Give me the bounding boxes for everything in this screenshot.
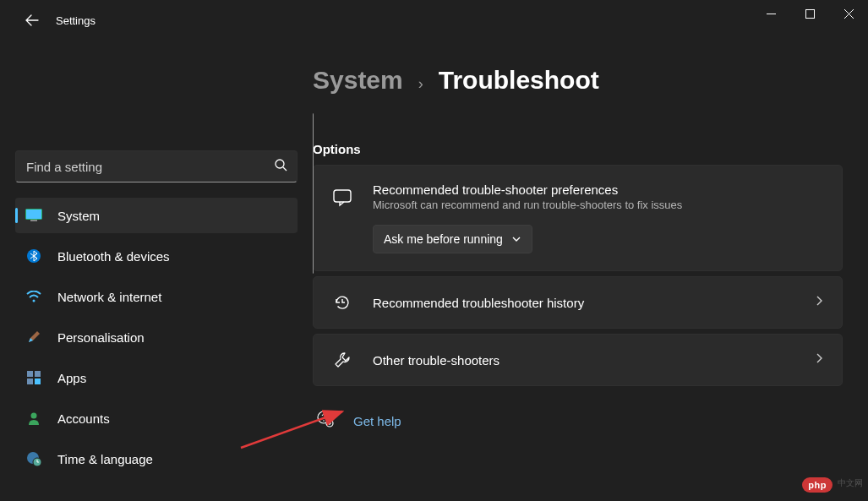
back-arrow-icon: [25, 14, 39, 27]
chevron-down-icon: [511, 234, 521, 244]
svg-rect-4: [26, 210, 42, 220]
chevron-right-icon: ›: [418, 75, 423, 93]
sidebar-item-personalisation[interactable]: Personalisation: [15, 319, 298, 355]
back-button[interactable]: [15, 3, 49, 37]
svg-point-12: [31, 413, 37, 419]
sidebar-item-label: Accounts: [57, 411, 110, 426]
svg-rect-1: [805, 9, 814, 18]
sidebar-item-label: Personalisation: [57, 330, 145, 345]
watermark-cn: 中文网: [838, 477, 863, 489]
get-help-link[interactable]: Get help: [353, 414, 401, 428]
maximize-button[interactable]: [790, 0, 829, 27]
svg-rect-9: [35, 371, 41, 377]
wifi-icon: [25, 288, 42, 305]
breadcrumb: System › Troubleshoot: [313, 66, 843, 95]
watermark-badge: php: [802, 477, 833, 493]
svg-point-7: [33, 300, 35, 302]
minimize-icon: [767, 9, 776, 19]
close-icon: [844, 9, 854, 19]
preferences-dropdown[interactable]: Ask me before running: [373, 225, 532, 253]
app-title: Settings: [56, 14, 96, 27]
sidebar: System Bluetooth & devices Network & int…: [0, 41, 313, 501]
sidebar-item-label: Time & language: [57, 452, 153, 466]
svg-rect-11: [35, 378, 41, 384]
message-icon: [330, 186, 354, 210]
titlebar: Settings: [0, 0, 868, 41]
sidebar-item-label: System: [57, 209, 100, 223]
sidebar-item-time-language[interactable]: Time & language: [15, 441, 298, 476]
card-title: Recommended troubleshooter history: [373, 296, 813, 310]
globe-clock-icon: [25, 450, 42, 467]
history-card[interactable]: Recommended troubleshooter history: [313, 276, 843, 329]
card-subtitle: Microsoft can recommend and run trouble-…: [373, 199, 825, 211]
chevron-right-icon: [813, 295, 825, 310]
sidebar-item-label: Bluetooth & devices: [57, 249, 170, 264]
sidebar-item-label: Apps: [57, 371, 86, 385]
sidebar-item-network[interactable]: Network & internet: [15, 279, 298, 314]
search-wrap: [15, 150, 298, 182]
other-troubleshooters-card[interactable]: Other trouble-shooters: [313, 334, 843, 386]
person-icon: [25, 410, 42, 427]
scrollbar-indicator[interactable]: [313, 113, 314, 274]
sidebar-item-system[interactable]: System: [15, 198, 298, 233]
page-title: Troubleshoot: [439, 66, 599, 95]
window-controls: [751, 0, 868, 27]
dropdown-value: Ask me before running: [384, 232, 503, 246]
svg-rect-10: [27, 378, 33, 384]
paintbrush-icon: [25, 329, 42, 346]
wrench-icon: [330, 348, 354, 372]
get-help-row[interactable]: Get help: [313, 410, 843, 432]
maximize-icon: [805, 9, 815, 19]
svg-point-2: [276, 160, 284, 168]
sidebar-item-bluetooth[interactable]: Bluetooth & devices: [15, 238, 298, 274]
sidebar-item-accounts[interactable]: Accounts: [15, 400, 298, 436]
sidebar-item-apps[interactable]: Apps: [15, 360, 298, 395]
close-button[interactable]: [829, 0, 868, 27]
help-icon: [316, 410, 335, 432]
svg-line-3: [283, 167, 287, 171]
svg-rect-5: [30, 220, 37, 221]
card-title: Recommended trouble-shooter preferences: [373, 182, 825, 197]
card-body: Recommended trouble-shooter preferences …: [373, 182, 825, 253]
svg-rect-8: [27, 371, 33, 377]
minimize-button[interactable]: [751, 0, 790, 27]
content: System › Troubleshoot Options Recommende…: [313, 41, 868, 501]
system-icon: [25, 207, 42, 224]
svg-point-17: [323, 420, 325, 422]
options-heading: Options: [313, 142, 843, 156]
svg-rect-15: [334, 190, 351, 202]
chevron-right-icon: [813, 352, 825, 368]
history-icon: [330, 291, 354, 314]
search-input[interactable]: [15, 150, 298, 182]
card-title: Other trouble-shooters: [373, 353, 813, 368]
recommended-preferences-card[interactable]: Recommended trouble-shooter preferences …: [313, 165, 843, 271]
bluetooth-icon: [25, 248, 42, 264]
apps-icon: [25, 369, 42, 386]
nav-list: System Bluetooth & devices Network & int…: [15, 198, 298, 476]
sidebar-item-label: Network & internet: [57, 290, 161, 304]
search-icon: [274, 158, 287, 175]
breadcrumb-parent[interactable]: System: [313, 66, 403, 95]
